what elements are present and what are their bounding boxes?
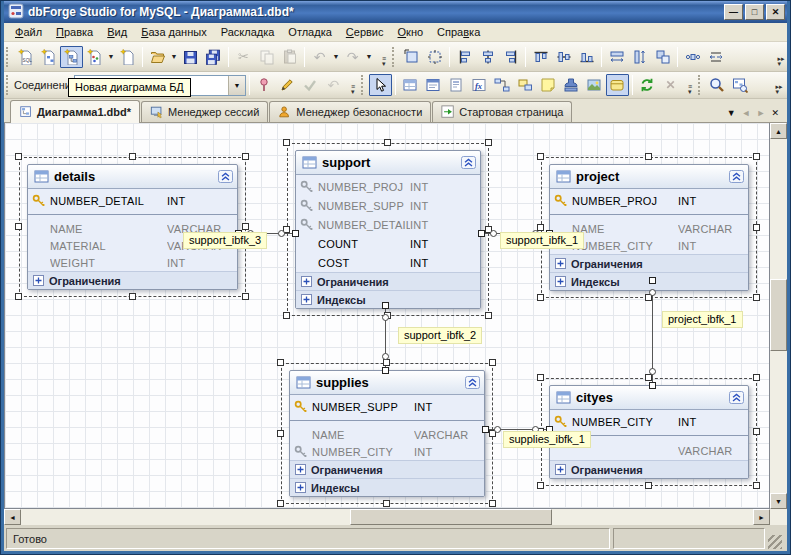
snap-to-grid-button[interactable] bbox=[423, 46, 446, 68]
new-data-report-button[interactable] bbox=[83, 46, 106, 68]
diagram-canvas[interactable]: detailsNUMBER_DETAILINTNAMEVARCHARMATERI… bbox=[5, 123, 769, 508]
same-width-button[interactable] bbox=[605, 46, 628, 68]
diagram-overview-button[interactable] bbox=[729, 74, 752, 96]
selection-handle[interactable] bbox=[537, 374, 544, 381]
selection-handle[interactable] bbox=[753, 374, 760, 381]
selection-handle[interactable] bbox=[277, 500, 284, 507]
pointer-tool-button[interactable] bbox=[369, 74, 392, 96]
vertical-scroll-thumb[interactable] bbox=[770, 279, 787, 351]
title-bar[interactable]: dbForge Studio for MySQL - Диаграмма1.db… bbox=[4, 1, 787, 23]
connector-point-icon[interactable] bbox=[649, 289, 656, 296]
relation-tool-button[interactable] bbox=[491, 74, 514, 96]
section-Ограничения[interactable]: Ограничения bbox=[28, 271, 237, 289]
cut-button[interactable]: ✂ bbox=[232, 46, 255, 68]
pin-button[interactable] bbox=[253, 74, 276, 96]
selection-handle[interactable] bbox=[753, 294, 760, 301]
edit-connection-button[interactable] bbox=[276, 74, 299, 96]
tab-1[interactable]: Диаграмма1.dbd* bbox=[10, 100, 140, 123]
new-database-diagram-button[interactable] bbox=[60, 46, 83, 68]
section-Индексы[interactable]: Индексы bbox=[290, 478, 484, 496]
expand-plus-icon[interactable] bbox=[33, 275, 44, 286]
selection-handle[interactable] bbox=[645, 153, 652, 160]
align-middles-button[interactable] bbox=[552, 46, 575, 68]
undo-dropdown[interactable]: ▼ bbox=[331, 46, 341, 68]
table-object-button[interactable] bbox=[399, 74, 422, 96]
connector-endpoint[interactable] bbox=[478, 230, 485, 237]
query-object-button[interactable] bbox=[445, 74, 468, 96]
selection-handle[interactable] bbox=[645, 374, 652, 381]
toolbar-grip[interactable] bbox=[6, 75, 11, 95]
close-document-button[interactable]: ✕ bbox=[771, 108, 779, 118]
selection-handle[interactable] bbox=[15, 293, 22, 300]
delete-button[interactable]: ✕ bbox=[659, 74, 682, 96]
selection-handle[interactable] bbox=[537, 224, 544, 231]
column-row[interactable]: NAMEVARCHAR bbox=[290, 426, 484, 443]
selection-handle[interactable] bbox=[537, 482, 544, 489]
horizontal-scrollbar[interactable]: ◄ ► bbox=[4, 509, 787, 525]
toolbar-grip[interactable] bbox=[6, 47, 11, 67]
table-header[interactable]: details bbox=[28, 165, 237, 189]
toolbar-overflow-button[interactable]: ▸▸▾ bbox=[775, 45, 787, 69]
selection-handle[interactable] bbox=[753, 428, 760, 435]
menu-1[interactable]: Правка bbox=[49, 24, 100, 40]
toolbar-grip[interactable] bbox=[698, 75, 703, 95]
expand-plus-icon[interactable] bbox=[555, 276, 566, 287]
selection-handle[interactable] bbox=[383, 500, 390, 507]
toolbar-overflow-button[interactable]: ≡▾ bbox=[378, 45, 390, 69]
toolbar-grip[interactable] bbox=[392, 47, 397, 67]
menu-8[interactable]: Справка bbox=[430, 24, 487, 40]
connector-point-icon[interactable] bbox=[649, 368, 656, 375]
open-file-button[interactable] bbox=[146, 46, 169, 68]
scroll-down-button[interactable]: ▼ bbox=[770, 493, 787, 509]
connector-endpoint[interactable] bbox=[649, 277, 656, 284]
connector-endpoint[interactable] bbox=[292, 230, 299, 237]
selection-handle[interactable] bbox=[485, 139, 492, 146]
column-row[interactable]: NUMBER_PROJINT bbox=[550, 191, 748, 211]
selection-handle[interactable] bbox=[15, 153, 22, 160]
open-file-dropdown[interactable]: ▼ bbox=[169, 46, 179, 68]
new-sql-button[interactable]: SQL bbox=[14, 46, 37, 68]
column-row[interactable]: COUNTINT bbox=[296, 234, 480, 253]
relation-label-supplies_ibfk_1[interactable]: supplies_ibfk_1 bbox=[503, 431, 591, 448]
selection-handle[interactable] bbox=[753, 153, 760, 160]
scroll-left-button[interactable]: ◄ bbox=[742, 108, 751, 118]
tab-list-dropdown-button[interactable]: ▼ bbox=[727, 108, 736, 118]
selection-handle[interactable] bbox=[242, 293, 249, 300]
resize-to-contents-button[interactable] bbox=[400, 46, 423, 68]
table-header[interactable]: supplies bbox=[290, 371, 484, 395]
scroll-right-button[interactable]: ► bbox=[753, 509, 770, 525]
new-data-report-dropdown[interactable]: ▼ bbox=[106, 46, 116, 68]
redo-dropdown[interactable]: ▼ bbox=[364, 46, 374, 68]
selection-handle[interactable] bbox=[242, 223, 249, 230]
minimize-button[interactable]: — bbox=[724, 4, 743, 20]
same-size-button[interactable] bbox=[651, 46, 674, 68]
connector-point-icon[interactable] bbox=[490, 230, 497, 237]
table-details[interactable]: detailsNUMBER_DETAILINTNAMEVARCHARMATERI… bbox=[27, 164, 238, 290]
scroll-right-button[interactable]: ► bbox=[757, 108, 766, 118]
selection-handle[interactable] bbox=[283, 312, 290, 319]
column-row[interactable]: NUMBER_DETAILINT bbox=[296, 215, 480, 234]
section-Ограничения[interactable]: Ограничения bbox=[290, 460, 484, 478]
menu-5[interactable]: Отладка bbox=[281, 24, 338, 40]
relation-label-project_ibfk_1[interactable]: project_ibfk_1 bbox=[662, 311, 743, 328]
column-row[interactable]: NUMBER_DETAILINT bbox=[28, 191, 237, 211]
column-row[interactable]: NUMBER_SUPPINT bbox=[290, 397, 484, 417]
selection-handle[interactable] bbox=[645, 482, 652, 489]
column-row[interactable]: WEIGHTINT bbox=[28, 254, 237, 271]
copy-button[interactable] bbox=[255, 46, 278, 68]
resize-grip[interactable] bbox=[768, 535, 782, 549]
chevron-down-icon[interactable]: ▼ bbox=[228, 76, 245, 95]
save-all-button[interactable] bbox=[202, 46, 225, 68]
selection-handle[interactable] bbox=[384, 139, 391, 146]
expand-plus-icon[interactable] bbox=[555, 464, 566, 475]
redo-button[interactable]: ↷ bbox=[341, 46, 364, 68]
maximize-button[interactable]: □ bbox=[745, 4, 764, 20]
connector-point-icon[interactable] bbox=[278, 230, 285, 237]
table-header[interactable]: cityes bbox=[550, 386, 748, 410]
selection-handle[interactable] bbox=[753, 482, 760, 489]
menu-6[interactable]: Сервис bbox=[339, 24, 391, 40]
new-file-button[interactable] bbox=[116, 46, 139, 68]
selection-handle[interactable] bbox=[383, 359, 390, 366]
scroll-up-button[interactable]: ▲ bbox=[770, 123, 787, 139]
table-header[interactable]: project bbox=[550, 165, 748, 189]
